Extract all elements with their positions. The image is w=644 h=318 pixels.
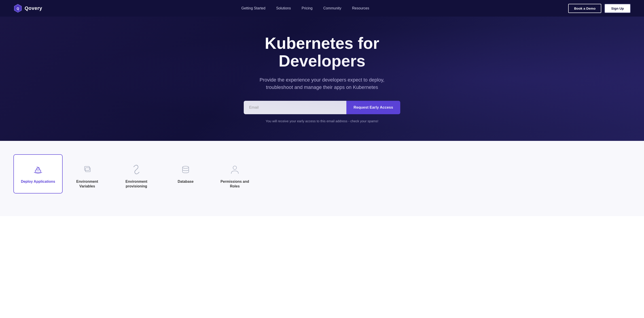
hero-note: You will receive your early access to th…	[266, 119, 378, 123]
layers-icon	[82, 164, 93, 175]
nav-item-getting-started[interactable]: Getting Started	[241, 6, 266, 10]
nav-item-resources[interactable]: Resources	[352, 6, 369, 10]
nav-actions: Book a Demo Sign Up	[568, 4, 630, 13]
hero-form: Request Early Access	[244, 101, 400, 114]
svg-line-7	[135, 168, 138, 171]
feature-deploy-applications-label: Deploy Applications	[21, 179, 55, 184]
hero-title: Kubernetes for Developers	[222, 35, 422, 70]
svg-text:Q: Q	[17, 7, 19, 10]
feature-environment-variables[interactable]: Environment Variables	[62, 154, 112, 198]
sign-up-button[interactable]: Sign Up	[604, 4, 630, 13]
feature-environment-provisioning[interactable]: Environment provisioning	[112, 154, 161, 198]
early-access-button[interactable]: Request Early Access	[346, 101, 400, 114]
feature-database[interactable]: Database	[161, 154, 210, 194]
navbar: Q Qovery Getting Started Solutions Prici…	[0, 0, 644, 17]
database-icon	[180, 164, 192, 175]
svg-point-9	[233, 166, 236, 170]
hero-section: Kubernetes for Developers Provide the ex…	[0, 17, 644, 141]
feature-database-label: Database	[178, 179, 194, 184]
email-input[interactable]	[244, 101, 346, 114]
person-icon	[229, 164, 240, 175]
feature-permissions-roles[interactable]: Permissions and Roles	[210, 154, 260, 198]
features-section: Deploy Applications Environment Variable…	[0, 141, 644, 216]
nav-item-solutions[interactable]: Solutions	[276, 6, 291, 10]
ship-icon	[32, 164, 44, 175]
hero-subtitle: Provide the experience your developers e…	[246, 76, 398, 91]
feature-env-provisioning-label: Environment provisioning	[119, 179, 154, 189]
feature-permissions-roles-label: Permissions and Roles	[217, 179, 252, 189]
link-icon	[130, 164, 142, 175]
logo-link[interactable]: Q Qovery	[14, 4, 42, 13]
qovery-logo-icon: Q	[14, 4, 22, 13]
features-grid: Deploy Applications Environment Variable…	[14, 154, 630, 198]
feature-deploy-applications[interactable]: Deploy Applications	[14, 154, 62, 194]
svg-rect-3	[35, 170, 41, 172]
nav-item-community[interactable]: Community	[323, 6, 342, 10]
nav-links: Getting Started Solutions Pricing Commun…	[241, 6, 369, 10]
logo-text: Qovery	[24, 5, 42, 11]
feature-env-variables-label: Environment Variables	[70, 179, 105, 189]
book-demo-button[interactable]: Book a Demo	[568, 4, 601, 13]
svg-point-8	[182, 166, 189, 169]
nav-item-pricing[interactable]: Pricing	[302, 6, 312, 10]
